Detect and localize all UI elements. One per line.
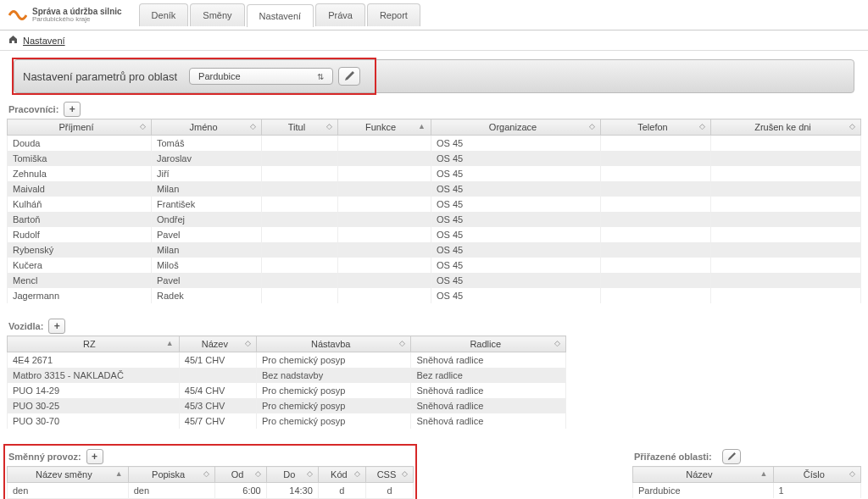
table-row[interactable]: PUO 30-7045/7 CHVPro chemický posypSněho… <box>8 413 566 429</box>
col-header[interactable]: CSS◇ <box>365 467 413 483</box>
col-header[interactable]: Nástavba◇ <box>257 336 411 352</box>
col-header[interactable]: Titul◇ <box>262 119 338 136</box>
cell <box>338 197 431 212</box>
table-row[interactable]: BartoňOndřejOS 45 <box>8 212 861 227</box>
add-vehicle-button[interactable]: + <box>48 319 65 334</box>
cell: Jiří <box>152 166 262 181</box>
cell <box>711 151 861 166</box>
table-row[interactable]: KulháňFrantišekOS 45 <box>8 197 861 212</box>
col-header[interactable]: RZ▲ <box>8 336 180 352</box>
cell <box>338 288 431 303</box>
edit-region-button[interactable] <box>338 67 360 86</box>
col-header[interactable]: Příjmení◇ <box>8 119 152 136</box>
col-header[interactable]: Popiska◇ <box>128 467 214 483</box>
table-row[interactable]: KučeraMilošOS 45 <box>8 258 861 273</box>
breadcrumb: Nastavení <box>0 30 868 51</box>
col-header[interactable]: Název směny▲ <box>8 467 129 483</box>
col-header[interactable]: Telefon◇ <box>601 119 711 136</box>
cell <box>338 166 431 181</box>
col-header[interactable]: Zrušen ke dni◇ <box>711 119 861 136</box>
cell: OS 45 <box>431 258 601 273</box>
cell: den <box>128 483 214 499</box>
cell: Ondřej <box>152 212 262 227</box>
tab-směny[interactable]: Směny <box>190 3 244 26</box>
col-header[interactable]: Kód◇ <box>318 467 365 483</box>
section-title: Nastavení parametrů pro oblast <box>23 70 177 83</box>
edit-areas-button[interactable] <box>722 449 741 464</box>
cell: Sněhová radlice <box>411 398 566 413</box>
cell <box>262 273 338 288</box>
shifts-title: Směnný provoz: <box>8 452 81 462</box>
tab-nastavení[interactable]: Nastavení <box>247 4 314 27</box>
table-row[interactable]: denden6:0014:30dd <box>8 483 414 499</box>
table-row[interactable]: MenclPavelOS 45 <box>8 273 861 288</box>
cell <box>338 258 431 273</box>
cell: Sněhová radlice <box>411 383 566 398</box>
sort-icon: ◇ <box>255 469 261 478</box>
sort-icon: ◇ <box>399 339 405 347</box>
cell <box>338 273 431 288</box>
col-header[interactable]: Organizace◇ <box>431 119 601 136</box>
table-row[interactable]: ZehnulaJiříOS 45 <box>8 166 861 181</box>
region-select[interactable]: Pardubice ⇅ <box>189 68 333 85</box>
cell: Tomiška <box>8 151 152 166</box>
logo-line1: Správa a údržba silnic <box>32 8 122 16</box>
col-header[interactable]: Radlice◇ <box>411 336 566 352</box>
add-shift-button[interactable]: + <box>86 449 103 464</box>
sort-icon: ◇ <box>354 469 360 478</box>
col-header[interactable]: Název◇ <box>179 336 256 352</box>
cell <box>338 181 431 197</box>
table-row[interactable]: DoudaTomášOS 45 <box>8 136 861 152</box>
shifts-table: Název směny▲Popiska◇Od◇Do◇Kód◇CSS◇denden… <box>7 466 414 499</box>
table-row[interactable]: MaivaldMilanOS 45 <box>8 181 861 197</box>
cell: Bartoň <box>8 212 152 227</box>
table-row[interactable]: Pardubice1 <box>633 483 861 499</box>
table-row[interactable]: PUO 14-2945/4 CHVPro chemický posypSněho… <box>8 383 566 398</box>
cell: Rudolf <box>8 227 152 242</box>
col-header[interactable]: Funkce▲ <box>338 119 431 136</box>
cell <box>262 258 338 273</box>
cell: Pro chemický posyp <box>257 398 411 413</box>
cell <box>601 166 711 181</box>
table-row[interactable]: TomiškaJaroslavOS 45 <box>8 151 861 166</box>
col-header[interactable]: Číslo◇ <box>773 467 860 483</box>
cell: OS 45 <box>431 288 601 303</box>
logo-icon <box>8 8 27 23</box>
cell: Pro chemický posyp <box>257 383 411 398</box>
tab-report[interactable]: Report <box>367 3 420 26</box>
table-row[interactable]: RudolfPavelOS 45 <box>8 227 861 242</box>
sort-asc-icon: ▲ <box>760 469 768 478</box>
col-header[interactable]: Jméno◇ <box>152 119 262 136</box>
cell <box>601 227 711 242</box>
cell <box>601 273 711 288</box>
table-row[interactable]: PUO 30-2545/3 CHVPro chemický posypSněho… <box>8 398 566 413</box>
table-row[interactable]: 4E4 267145/1 CHVPro chemický posypSněhov… <box>8 352 566 369</box>
cell <box>601 258 711 273</box>
col-header[interactable]: Od◇ <box>214 467 266 483</box>
cell: den <box>8 483 129 499</box>
cell <box>179 368 256 383</box>
sort-asc-icon: ▲ <box>115 469 123 478</box>
tab-deník[interactable]: Deník <box>139 3 189 26</box>
add-worker-button[interactable]: + <box>64 102 81 117</box>
col-header[interactable]: Do◇ <box>266 467 318 483</box>
table-row[interactable]: RybenskýMilanOS 45 <box>8 242 861 258</box>
sort-icon: ◇ <box>589 122 595 130</box>
cell: Kučera <box>8 258 152 273</box>
breadcrumb-link[interactable]: Nastavení <box>23 36 65 46</box>
shifts-panel: Směnný provoz: + Název směny▲Popiska◇Od◇… <box>7 447 414 499</box>
logo: Správa a údržba silnic Pardubického kraj… <box>8 8 122 23</box>
pencil-icon <box>727 452 736 461</box>
tab-práva[interactable]: Práva <box>315 3 365 26</box>
cell: 45/3 CHV <box>179 398 256 413</box>
sort-asc-icon: ▲ <box>418 122 426 130</box>
cell: 45/7 CHV <box>179 413 256 429</box>
cell <box>262 181 338 197</box>
col-header[interactable]: Název▲ <box>633 467 774 483</box>
cell: OS 45 <box>431 273 601 288</box>
cell: Milan <box>152 242 262 258</box>
table-row[interactable]: JagermannRadekOS 45 <box>8 288 861 303</box>
table-row[interactable]: Matbro 3315 - NAKLADAČBez nadstavbyBez r… <box>8 368 566 383</box>
cell <box>262 151 338 166</box>
logo-line2: Pardubického kraje <box>32 16 122 23</box>
